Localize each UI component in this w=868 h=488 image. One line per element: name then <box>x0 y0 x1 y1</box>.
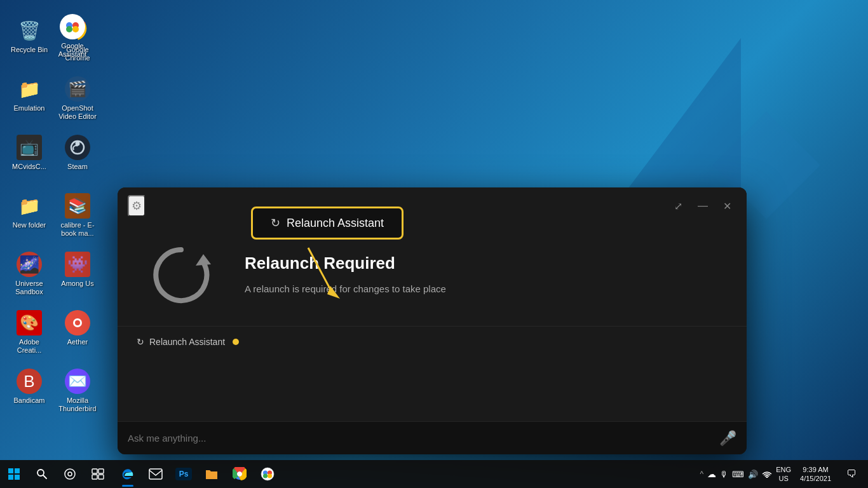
relaunch-callout-button[interactable]: ↻ Relaunch Assistant <box>251 207 403 240</box>
taskbar-keyboard-icon[interactable]: ⌨ <box>732 470 744 479</box>
svg-rect-19 <box>8 475 13 480</box>
taskbar-date: 4/15/2021 <box>800 474 831 483</box>
relaunch-dialog: ⚙ ⤢ — ✕ Relaunch <box>118 187 747 454</box>
ask-bar: 🎤 <box>118 421 747 454</box>
taskbar-app-edge[interactable] <box>114 460 141 488</box>
minimize-button[interactable]: — <box>693 198 713 214</box>
svg-rect-29 <box>149 469 162 479</box>
desktop-icons-container: 🗑️ Recycle Bin 📁 Emulation 📺 MCvidsC... … <box>0 6 102 445</box>
taskbar-weather-icon[interactable]: ☁ <box>707 469 716 479</box>
svg-rect-20 <box>15 475 20 480</box>
notification-button[interactable]: 🗨 <box>840 460 863 488</box>
desktop-icon-label-emulation: Emulation <box>14 104 45 112</box>
relaunch-footer-label: Relaunch Assistant <box>149 337 225 347</box>
desktop-icon-calibre[interactable]: 📚 calibre - E-book ma... <box>55 188 100 244</box>
svg-rect-17 <box>8 468 13 473</box>
taskbar: Ps <box>0 460 868 488</box>
desktop-icon-label-universe-sandbox: Universe Sandbox <box>7 280 51 296</box>
taskbar-app-chrome[interactable] <box>226 460 253 488</box>
svg-rect-28 <box>98 475 104 479</box>
expand-button[interactable]: ⤢ <box>669 198 688 215</box>
taskbar-apps: Ps <box>114 460 281 488</box>
taskbar-app-assistant[interactable] <box>254 460 281 488</box>
svg-rect-27 <box>92 475 97 479</box>
svg-point-37 <box>268 474 272 478</box>
desktop-icon-bandicam[interactable]: B Bandicam <box>6 363 52 419</box>
desktop-icon-recycle-bin[interactable]: 🗑️ Recycle Bin <box>6 13 52 69</box>
desktop-icon-label-aether: Aether <box>67 338 88 346</box>
desktop-icon-aether[interactable]: Aether <box>55 305 100 361</box>
svg-point-32 <box>238 472 242 477</box>
taskbar-mic-icon[interactable]: 🎙 <box>720 470 728 479</box>
taskbar-volume-icon[interactable]: 🔊 <box>748 470 758 479</box>
svg-point-24 <box>68 472 72 476</box>
ask-input[interactable] <box>128 433 713 444</box>
taskbar-app-files[interactable] <box>198 460 225 488</box>
svg-line-22 <box>43 475 46 478</box>
desktop-icon-among-us[interactable]: 👾 Among Us <box>55 247 100 302</box>
desktop-icon-label-openshot: OpenShot Video Editor <box>55 104 100 121</box>
svg-point-38 <box>766 476 768 478</box>
desktop-icon-label-bandicam: Bandicam <box>14 396 45 405</box>
svg-marker-14 <box>196 254 211 266</box>
desktop-icon-label-mcvids: MCvidsC... <box>12 163 46 171</box>
refresh-icon-large <box>143 237 219 313</box>
desktop-icon-new-folder[interactable]: 📁 New folder <box>6 188 52 244</box>
desktop-icon-label-recycle-bin: Recycle Bin <box>11 46 48 54</box>
desktop: 🗑️ Recycle Bin 📁 Emulation 📺 MCvidsC... … <box>0 0 868 488</box>
task-view-button[interactable] <box>84 460 112 488</box>
svg-point-12 <box>66 26 72 32</box>
desktop-icon-emulation[interactable]: 📁 Emulation <box>6 71 52 127</box>
desktop-icon-mcvids[interactable]: 📺 MCvidsC... <box>6 130 52 186</box>
taskbar-chevron[interactable]: ^ <box>700 470 704 478</box>
svg-point-8 <box>75 320 80 325</box>
taskbar-app-mail[interactable] <box>142 460 169 488</box>
cortana-button[interactable] <box>56 460 84 488</box>
svg-point-33 <box>261 468 274 480</box>
desktop-icon-google-assistant[interactable]: Google Assistant <box>50 9 95 65</box>
svg-point-9 <box>64 18 81 36</box>
desktop-icon-steam[interactable]: Steam <box>55 130 100 186</box>
settings-button[interactable]: ⚙ <box>128 195 146 217</box>
desktop-icon-openshot[interactable]: 🎬 OpenShot Video Editor <box>55 71 100 127</box>
svg-rect-18 <box>15 468 20 473</box>
svg-rect-26 <box>98 469 104 473</box>
taskbar-time: 9:39 AM <box>803 465 828 474</box>
dialog-titlebar: ⚙ ⤢ — ✕ <box>118 187 747 224</box>
taskbar-app-photoshop[interactable]: Ps <box>170 460 197 488</box>
taskbar-right: ^ ☁ 🎙 ⌨ 🔊 ENG US 9:39 AM 4/15/2021 🗨 <box>700 460 868 488</box>
desktop-icon-label-among-us: Among Us <box>61 280 93 288</box>
svg-point-36 <box>263 474 268 478</box>
desktop-icon-label-adobe: Adobe Creati... <box>7 338 51 355</box>
desktop-icon-label-calibre: calibre - E-book ma... <box>55 221 100 238</box>
start-button[interactable] <box>0 460 28 488</box>
desktop-icon-adobe[interactable]: 🎨 Adobe Creati... <box>6 305 52 361</box>
taskbar-network-icon[interactable] <box>762 469 772 480</box>
svg-rect-25 <box>92 469 97 473</box>
desktop-icon-label-steam: Steam <box>67 163 88 171</box>
microphone-icon[interactable]: 🎤 <box>719 430 736 447</box>
search-button[interactable] <box>28 460 56 488</box>
desktop-icon-label-thunderbird: Mozilla Thunderbird <box>55 396 100 413</box>
desktop-icon-label-google-assistant: Google Assistant <box>50 42 95 58</box>
dialog-content: Relaunch Required A relaunch is required… <box>118 224 747 326</box>
relaunch-footer-button[interactable]: ↻ Relaunch Assistant <box>130 333 245 351</box>
taskbar-language[interactable]: ENG US <box>776 465 791 484</box>
desktop-icon-thunderbird[interactable]: ✉️ Mozilla Thunderbird <box>55 363 100 419</box>
taskbar-clock[interactable]: 9:39 AM 4/15/2021 <box>795 465 836 484</box>
svg-point-13 <box>72 26 79 32</box>
desktop-icon-label-new-folder: New folder <box>13 221 46 229</box>
desktop-icon-universe-sandbox[interactable]: 🌌 Universe Sandbox <box>6 247 52 302</box>
svg-point-23 <box>65 469 75 479</box>
relaunch-callout-label: Relaunch Assistant <box>287 217 384 230</box>
close-button[interactable]: ✕ <box>718 198 736 215</box>
dialog-footer: ↻ Relaunch Assistant <box>118 326 747 358</box>
footer-dot <box>233 339 239 345</box>
